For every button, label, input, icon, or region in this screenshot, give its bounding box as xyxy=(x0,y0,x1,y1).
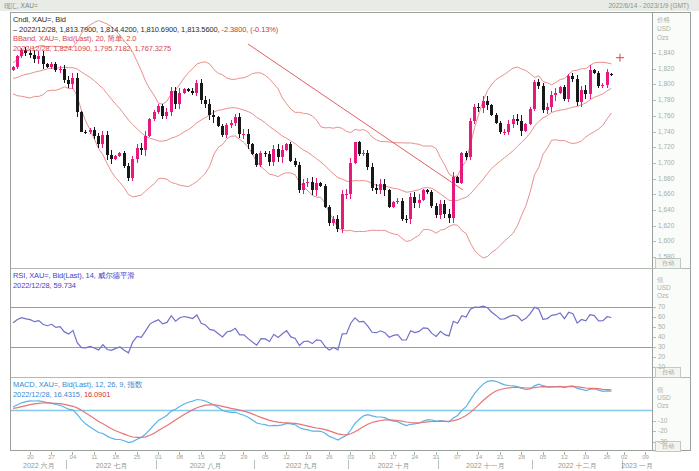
price-tick-label: 1,780 xyxy=(658,97,674,104)
macd-values: 2022/12/28, 16.4315, 16.0901 xyxy=(13,390,142,400)
day-tick-label: 26 xyxy=(326,454,333,460)
day-tick-label: 10 xyxy=(369,454,376,460)
rsi-series-label: RSI, XAU=, Bid(Last), 14, 威尔德平滑 xyxy=(13,271,135,281)
day-tick-label: 14 xyxy=(476,454,483,460)
day-tick-label: 18 xyxy=(112,454,119,460)
day-tick-label: 12 xyxy=(283,454,290,460)
rsi-value: 2022/12/28, 59.734 xyxy=(13,281,135,291)
price-tick-label: 1,600 xyxy=(658,238,674,245)
macd-axis-unit-usd: USD xyxy=(657,395,671,402)
day-tick-label: 29 xyxy=(241,454,248,460)
day-tick-label: 21 xyxy=(497,454,504,460)
day-tick-label: 19 xyxy=(305,454,312,460)
chart-plot-area[interactable] xyxy=(0,0,699,471)
macd-tick-label: -20 xyxy=(658,428,667,435)
price-tick-label: 1,760 xyxy=(658,113,674,120)
day-tick-label: 01 xyxy=(155,454,162,460)
price-tick-label: 1,800 xyxy=(658,81,674,88)
rsi-axis-unit-ozs: Ozs xyxy=(657,293,669,300)
month-label: 2022 十一月 xyxy=(466,462,505,469)
price-tick-label: 1,720 xyxy=(658,144,674,151)
price-tick-label: 1,640 xyxy=(658,207,674,214)
price-tick-label: 1,820 xyxy=(658,66,674,73)
price-tick-label: 1,680 xyxy=(658,176,674,183)
month-label: 2022 十二月 xyxy=(558,462,597,469)
macd-value-red: 16.0901 xyxy=(82,390,110,399)
day-tick-label: 19 xyxy=(582,454,589,460)
price-tick-label: 1,700 xyxy=(658,160,674,167)
rsi-tick-label: 30 xyxy=(658,344,665,351)
rsi-legend[interactable]: RSI, XAU=, Bid(Last), 14, 威尔德平滑 2022/12/… xyxy=(13,271,135,290)
day-tick-label: 20 xyxy=(27,454,34,460)
price-tick-label: 1,660 xyxy=(658,191,674,198)
day-tick-label: 17 xyxy=(390,454,397,460)
month-label: 2022 七月 xyxy=(96,462,128,469)
macd-value-blue: 2022/12/28, 16.4315, xyxy=(13,390,82,399)
day-tick-label: 31 xyxy=(433,454,440,460)
macd-legend[interactable]: MACD, XAU=, Bid(Last), 12, 26, 9, 指数 202… xyxy=(13,380,142,399)
candle-ohlc-values: – 2022/12/28, 1,813.7900, 1,814.4200, 1,… xyxy=(13,25,278,35)
candle-change-text: -2.3800, (-0.13%) xyxy=(220,25,279,34)
day-tick-label: 26 xyxy=(604,454,611,460)
price-tick-label: 1,740 xyxy=(658,129,674,136)
macd-tick-label: -10 xyxy=(658,418,667,425)
rsi-tick-label: 60 xyxy=(658,314,665,321)
rsi-axis-unit-value: 值 xyxy=(657,277,664,284)
month-label: 2022 六月 xyxy=(23,462,55,469)
bband-values: 2022/12/28, 1,824.1090, 1,795.7182, 1,76… xyxy=(13,44,278,54)
macd-axis-unit-ozs: Ozs xyxy=(657,403,669,410)
rsi-tick-label: 50 xyxy=(658,324,665,331)
month-label: 2022 十月 xyxy=(378,462,410,469)
day-tick-label: 07 xyxy=(454,454,461,460)
main-axis-unit-ozs: Ozs xyxy=(657,35,669,42)
rsi-tick-label: 40 xyxy=(658,334,665,341)
day-tick-label: 25 xyxy=(134,454,141,460)
day-tick-label: 12 xyxy=(561,454,568,460)
macd-axis-unit-value: 值 xyxy=(657,387,664,394)
rsi-tick-label: 70 xyxy=(658,304,665,311)
month-label: 2022 九月 xyxy=(286,462,318,469)
day-tick-label: 09 xyxy=(642,454,649,460)
bband-series-label: BBand, XAU=, Bid(Last), 20, 简单, 2.0 xyxy=(13,34,278,44)
month-label: 2022 八月 xyxy=(190,462,222,469)
main-axis-unit-usd: USD xyxy=(657,26,671,33)
price-tick-label: 1,580 xyxy=(658,254,674,261)
rsi-tick-label: 20 xyxy=(658,354,665,361)
day-tick-label: 11 xyxy=(91,454,97,460)
day-tick-label: 08 xyxy=(176,454,183,460)
day-tick-label: 03 xyxy=(347,454,354,460)
month-label: 2023 一月 xyxy=(621,462,653,469)
candle-ohlc-text: – 2022/12/28, 1,813.7900, 1,814.4200, 1,… xyxy=(13,25,220,34)
macd-series-label: MACD, XAU=, Bid(Last), 12, 26, 9, 指数 xyxy=(13,380,142,390)
rsi-axis-unit-usd: USD xyxy=(657,285,671,292)
day-tick-label: 05 xyxy=(262,454,269,460)
day-tick-label: 24 xyxy=(411,454,418,460)
chart-window: 现汇, XAU= 2022/6/14 - 2023/1/9 (GMT) Cndl… xyxy=(0,0,699,471)
main-legend[interactable]: Cndl, XAU=, Bid – 2022/12/28, 1,813.7900… xyxy=(13,15,278,53)
price-tick-label: 1,840 xyxy=(658,50,674,57)
macd-tick-label: -30 xyxy=(658,439,667,446)
day-tick-label: 04 xyxy=(70,454,77,460)
day-tick-label: 27 xyxy=(48,454,55,460)
day-tick-label: 02 xyxy=(621,454,628,460)
rsi-tick-label: 10 xyxy=(658,364,665,371)
day-tick-label: 05 xyxy=(540,454,547,460)
day-tick-label: 22 xyxy=(219,454,226,460)
day-tick-label: 28 xyxy=(518,454,525,460)
main-axis-unit-price: 价格 xyxy=(657,17,670,24)
day-tick-label: 15 xyxy=(198,454,205,460)
candle-series-label: Cndl, XAU=, Bid xyxy=(13,15,278,25)
price-tick-label: 1,620 xyxy=(658,223,674,230)
